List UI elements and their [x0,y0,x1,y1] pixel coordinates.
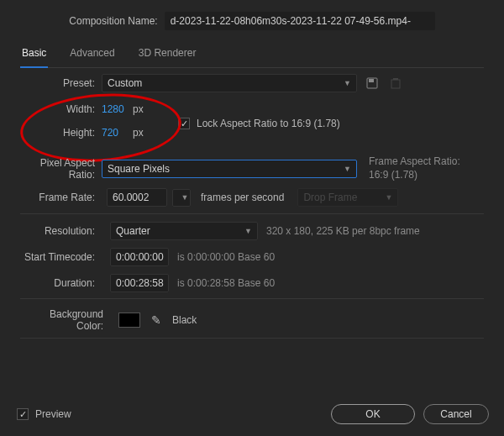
tab-basic[interactable]: Basic [20,42,48,68]
height-label: Height: [20,127,102,139]
duration-row: Duration: 0:00:28:58 is 0:00:28:58 Base … [20,274,484,292]
pixel-aspect-label: Pixel Aspect Ratio: [20,157,102,181]
svg-rect-3 [393,78,398,80]
start-timecode-row: Start Timecode: 0:00:00:00 is 0:00:00:00… [20,248,484,266]
svg-rect-1 [369,79,374,82]
preset-select[interactable]: Custom ▼ [102,74,357,92]
width-input[interactable]: 1280 [102,103,130,115]
chevron-down-icon: ▼ [344,165,351,173]
divider [20,298,484,299]
duration-label: Duration: [20,277,102,289]
chevron-down-icon: ▼ [385,193,392,202]
background-color-swatch[interactable] [118,313,140,328]
start-timecode-input[interactable]: 0:00:00:00 [110,248,169,266]
frame-rate-input[interactable]: 60.0002 [107,188,167,207]
lock-aspect-row: Lock Aspect Ratio to 16:9 (1.78) [178,118,340,129]
drop-frame-select: Drop Frame ▼ [297,188,398,207]
frame-rate-row: Frame Rate: 60.0002 ▼ frames per second … [20,188,484,207]
height-input[interactable]: 720 [102,127,130,139]
resolution-select[interactable]: Quarter ▼ [110,222,258,240]
duration-input[interactable]: 0:00:28:58 [110,274,169,292]
preview-label: Preview [35,408,71,420]
composition-name-input[interactable]: d-2023-11-22-08h06m30s-2023-11-22 07-49-… [165,12,435,30]
preset-value: Custom [108,77,142,89]
start-timecode-label: Start Timecode: [20,251,102,263]
resolution-label: Resolution: [20,225,102,237]
chevron-down-icon: ▼ [344,79,351,87]
chevron-down-icon: ▼ [181,193,189,202]
frame-aspect-info: Frame Aspect Ratio: 16:9 (1.78) [369,155,478,181]
resolution-info: 320 x 180, 225 KB per 8bpc frame [266,225,420,237]
lock-aspect-label: Lock Aspect Ratio to 16:9 (1.78) [197,118,340,129]
divider [20,338,484,339]
delete-preset-icon [387,75,404,92]
preset-row: Preset: Custom ▼ [20,74,484,92]
svg-rect-2 [391,80,400,88]
start-timecode-info: is 0:00:00:00 Base 60 [177,251,275,263]
composition-name-row: Composition Name: d-2023-11-22-08h06m30s… [0,12,504,30]
frame-rate-dropdown[interactable]: ▼ [172,189,191,207]
height-unit: px [133,127,144,139]
lock-aspect-checkbox[interactable] [178,118,190,129]
composition-name-label: Composition Name: [69,15,157,27]
tab-3d-renderer[interactable]: 3D Renderer [137,42,198,67]
background-color-label: Background Color: [20,308,110,332]
resolution-row: Resolution: Quarter ▼ 320 x 180, 225 KB … [20,222,484,240]
save-preset-icon[interactable] [364,75,381,92]
dimensions-group: Width: 1280 px Height: 720 px Lock Aspec… [20,97,484,144]
drop-frame-value: Drop Frame [303,192,357,203]
width-unit: px [133,103,144,115]
tabs: Basic Advanced 3D Renderer [20,42,484,68]
preset-label: Preset: [20,77,102,89]
cancel-button[interactable]: Cancel [423,404,489,424]
frame-aspect-value: 16:9 (1.78) [369,169,417,181]
divider [20,213,484,214]
preview-checkbox[interactable] [17,408,29,420]
frame-aspect-label: Frame Aspect Ratio: [369,155,460,167]
duration-info: is 0:00:28:58 Base 60 [177,277,275,289]
chevron-down-icon: ▼ [244,227,252,235]
background-color-row: Background Color: ✎ Black [20,308,484,332]
width-label: Width: [20,103,102,115]
pixel-aspect-value: Square Pixels [108,163,170,175]
pixel-aspect-row: Pixel Aspect Ratio: Square Pixels ▼ Fram… [20,155,484,181]
background-color-name: Black [172,314,197,326]
dialog-footer: Preview OK Cancel [17,404,489,424]
tab-advanced[interactable]: Advanced [68,42,116,67]
resolution-value: Quarter [116,225,150,237]
eyedropper-icon[interactable]: ✎ [149,313,164,328]
ok-button[interactable]: OK [331,404,415,424]
pixel-aspect-select[interactable]: Square Pixels ▼ [102,160,357,178]
frame-rate-unit: frames per second [201,192,284,203]
frame-rate-label: Frame Rate: [20,192,102,203]
